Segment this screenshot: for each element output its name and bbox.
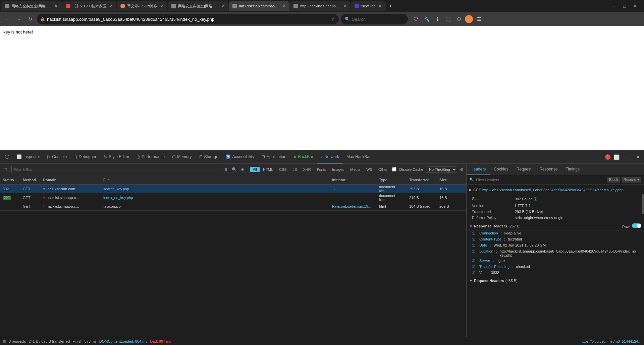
- tab-5[interactable]: lab1.xseclab.com/base8_0... ✕: [229, 1, 289, 11]
- devtools-more-button[interactable]: ⋯: [623, 152, 632, 162]
- refresh-button[interactable]: ↻: [25, 14, 35, 24]
- tab-6[interactable]: http://hacklist.sinaapp.com... ✕: [290, 1, 351, 11]
- filter-xhr[interactable]: XHR: [300, 167, 313, 172]
- filter-css[interactable]: CSS: [276, 167, 289, 172]
- table-row[interactable]: 200 GET ✎ hacklist.sinaapp.c... index_no…: [0, 193, 466, 202]
- row2-file: index_no_key.php: [102, 196, 331, 200]
- disable-cache-checkbox[interactable]: Disable Cache: [392, 167, 423, 171]
- row2-size: 16 B: [438, 196, 465, 200]
- clear-requests-button[interactable]: 🗑: [3, 166, 9, 173]
- tab-inspector[interactable]: ⬜ Inspector: [13, 150, 43, 164]
- tab-max-hackbar[interactable]: Max HackBar: [343, 150, 374, 164]
- tab-cookies[interactable]: Cookies: [490, 164, 512, 175]
- tab-close-1[interactable]: ✕: [54, 4, 58, 8]
- tab-2[interactable]: 【】51CTO技术家园 ✕: [62, 1, 116, 11]
- back-button[interactable]: ←: [3, 14, 12, 24]
- filter-headers-input[interactable]: [476, 178, 605, 182]
- tab-network[interactable]: ↕ Network: [317, 150, 342, 164]
- pocket-icon[interactable]: ⬛: [443, 14, 453, 24]
- tab-console[interactable]: ▷ Console: [44, 150, 70, 164]
- scrollbar-thumb[interactable]: [642, 194, 644, 214]
- block-button[interactable]: Block: [607, 177, 620, 183]
- col-domain: Domain: [42, 178, 102, 182]
- tab-headers[interactable]: Headers: [467, 164, 490, 175]
- new-tab-button[interactable]: +: [386, 2, 395, 10]
- col-status: Status: [1, 178, 21, 182]
- tab-close-5[interactable]: ✕: [281, 4, 286, 8]
- tab-1[interactable]: 网络安全实验室|网络信息安全... ✕: [1, 1, 62, 11]
- devtools-close-button[interactable]: ✕: [633, 152, 643, 162]
- address-input[interactable]: [47, 17, 329, 22]
- tab-application[interactable]: ⊡ Application: [258, 150, 290, 164]
- devtools-pick-element[interactable]: ⬡: [1, 150, 13, 164]
- request-headers-section[interactable]: ▼ Request Headers (485 B): [467, 277, 644, 284]
- raw-switch[interactable]: [632, 223, 641, 228]
- table-row[interactable]: GET ✎ hacklist.sinaapp.c... favicon.ico …: [0, 202, 466, 211]
- response-headers-section[interactable]: ▼ Response Headers (257 B) Raw: [467, 222, 644, 230]
- filter-fonts[interactable]: Fonts: [314, 167, 329, 172]
- browser-chrome: 网络安全实验室|网络信息安全... ✕ 【】51CTO技术家园 ✕ 写文章-CS…: [0, 0, 644, 26]
- info-icon: ⓘ: [472, 259, 475, 263]
- pause-button[interactable]: ⏸: [222, 166, 229, 172]
- table-row[interactable]: 302 GET ✎ lab1.xseclab.com search_key.ph…: [0, 185, 466, 193]
- settings-icon[interactable]: ⚙: [460, 167, 464, 172]
- raw-toggle[interactable]: Raw: [622, 223, 641, 229]
- info-icon: ⓘ: [472, 231, 475, 236]
- request-blocking-button[interactable]: ⊗: [239, 166, 246, 172]
- tab-4[interactable]: 网络安全实验室|网络信息安全... ✕: [168, 1, 228, 11]
- tab-close-7[interactable]: ✕: [378, 4, 382, 8]
- close-button[interactable]: ✕: [631, 1, 640, 11]
- tab-3[interactable]: 写文章-CSDN博客 ✕: [117, 1, 167, 11]
- search-in-requests-button[interactable]: 🔍: [230, 166, 238, 172]
- tab-memory[interactable]: ⬡ Memory: [169, 150, 195, 164]
- tab-performance[interactable]: ◷ Performance: [133, 150, 168, 164]
- tab-debugger[interactable]: {} Debugger: [71, 150, 100, 164]
- forward-button[interactable]: →: [14, 14, 23, 24]
- request-url-row[interactable]: ▶ GET http://lab1.xseclab.com/base8_0abd…: [467, 186, 644, 194]
- throttle-select[interactable]: No Throttling: [426, 166, 457, 173]
- extensions-icon[interactable]: 🛡: [411, 14, 421, 24]
- tools-icon[interactable]: 🔧: [422, 14, 431, 24]
- address-bar[interactable]: 🔒 ☆: [37, 14, 339, 24]
- filter-js[interactable]: JS: [290, 167, 300, 172]
- filter-other[interactable]: Other: [376, 167, 390, 172]
- tab-accessibility[interactable]: ♿ Accessibility: [222, 150, 258, 164]
- tab-close-3[interactable]: ✕: [159, 4, 164, 8]
- tab-style-editor[interactable]: ✎ Style Editor: [100, 150, 132, 164]
- search-input[interactable]: [352, 17, 402, 22]
- filter-ws[interactable]: WS: [364, 167, 375, 172]
- tab-title-1: 网络安全实验室|网络信息安全...: [11, 4, 52, 9]
- maximize-button[interactable]: □: [620, 1, 629, 11]
- info-icon: ⓘ: [472, 265, 475, 269]
- tab-close-4[interactable]: ✕: [220, 4, 225, 8]
- filter-html[interactable]: HTML: [260, 167, 276, 172]
- bookmark-icon[interactable]: ☆: [331, 16, 335, 22]
- tab-close-2[interactable]: ✕: [108, 4, 113, 8]
- resend-button[interactable]: Resend ▾: [622, 177, 641, 183]
- status-bar: 3 requests 241 B / 696 B transferred Fin…: [0, 337, 644, 345]
- tab-favicon-3: [120, 4, 125, 8]
- tab-response[interactable]: Response: [535, 164, 561, 175]
- account-icon[interactable]: ℹ: [433, 14, 442, 24]
- block-resend-buttons: Block Resend ▾: [607, 177, 641, 183]
- col-transferred: Transferred: [408, 178, 438, 182]
- col-initiator: Initiator: [331, 178, 378, 182]
- filter-all[interactable]: All: [250, 167, 260, 172]
- filter-icons: ⏸ 🔍 ⊗: [222, 166, 246, 172]
- tab-hackbar[interactable]: ● HackBar: [290, 150, 317, 164]
- tab-7[interactable]: New Tab ✕: [351, 1, 386, 11]
- search-box[interactable]: 🔍: [341, 14, 408, 24]
- minimize-button[interactable]: ─: [609, 1, 619, 11]
- page-content: key is not here!: [0, 26, 644, 150]
- filter-urls-input[interactable]: [11, 166, 220, 173]
- tab-close-6[interactable]: ✕: [342, 4, 347, 8]
- tab-timings[interactable]: Timings: [561, 164, 584, 175]
- tab-request[interactable]: Request: [513, 164, 536, 175]
- extension-icon[interactable]: ⬡: [454, 14, 464, 24]
- avatar-icon[interactable]: [465, 15, 473, 23]
- menu-button[interactable]: ☰: [474, 14, 484, 24]
- devtools-dock-button[interactable]: ⬜: [612, 152, 621, 162]
- filter-images[interactable]: Images: [329, 167, 347, 172]
- tab-storage[interactable]: ⊞ Storage: [196, 150, 222, 164]
- filter-media[interactable]: Media: [347, 167, 363, 172]
